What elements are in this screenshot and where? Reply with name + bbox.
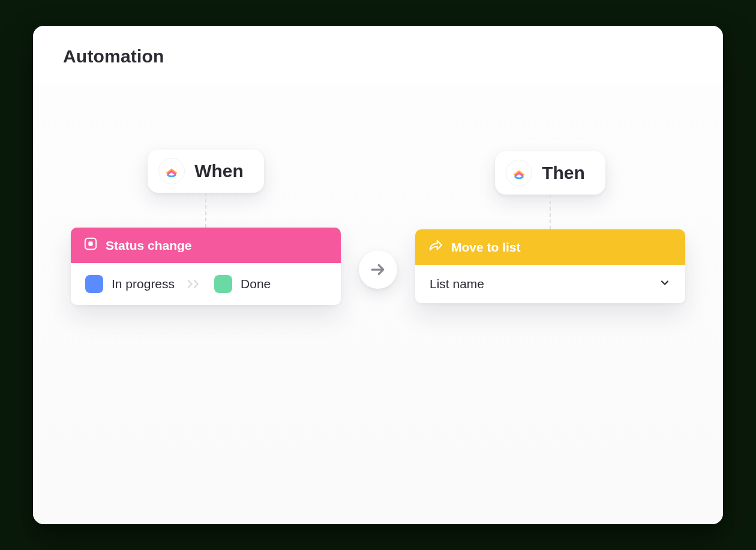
flow-arrow-icon bbox=[359, 250, 397, 289]
then-connector bbox=[550, 195, 551, 229]
trigger-title: Status change bbox=[106, 238, 192, 253]
list-select-label: List name bbox=[430, 277, 484, 291]
status-square-icon bbox=[84, 237, 97, 253]
then-column: Then Move to list List nam bbox=[415, 151, 685, 303]
action-card[interactable]: Move to list List name bbox=[415, 229, 685, 303]
trigger-card-body: In progress Done bbox=[71, 263, 341, 305]
chevron-down-icon bbox=[659, 277, 671, 291]
share-arrow-icon bbox=[428, 239, 443, 255]
status-to-label: Done bbox=[241, 277, 271, 291]
page-title: Automation bbox=[63, 46, 693, 67]
panel-body: When Status change bbox=[33, 83, 723, 524]
trigger-card[interactable]: Status change In progress Done bbox=[71, 228, 341, 305]
then-chip-label: Then bbox=[542, 163, 585, 183]
chevrons-right-icon bbox=[187, 278, 202, 290]
status-from-swatch bbox=[85, 275, 103, 293]
automation-flow: When Status change bbox=[57, 150, 699, 305]
action-card-header: Move to list bbox=[415, 229, 685, 265]
status-from-label: In progress bbox=[112, 277, 175, 291]
action-title: Move to list bbox=[451, 240, 521, 255]
when-column: When Status change bbox=[71, 150, 341, 305]
list-select[interactable]: List name bbox=[430, 277, 671, 291]
clickup-logo-icon bbox=[158, 158, 185, 184]
when-chip[interactable]: When bbox=[148, 150, 264, 193]
then-chip[interactable]: Then bbox=[495, 151, 605, 195]
when-chip-label: When bbox=[194, 161, 244, 181]
status-to-swatch bbox=[214, 275, 232, 293]
clickup-logo-icon bbox=[506, 160, 532, 186]
trigger-card-header: Status change bbox=[71, 228, 341, 263]
action-card-body: List name bbox=[415, 265, 685, 303]
svg-rect-1 bbox=[88, 241, 92, 246]
automation-panel: Automation When bbox=[33, 26, 723, 524]
panel-header: Automation bbox=[33, 26, 723, 83]
when-connector bbox=[205, 193, 206, 228]
